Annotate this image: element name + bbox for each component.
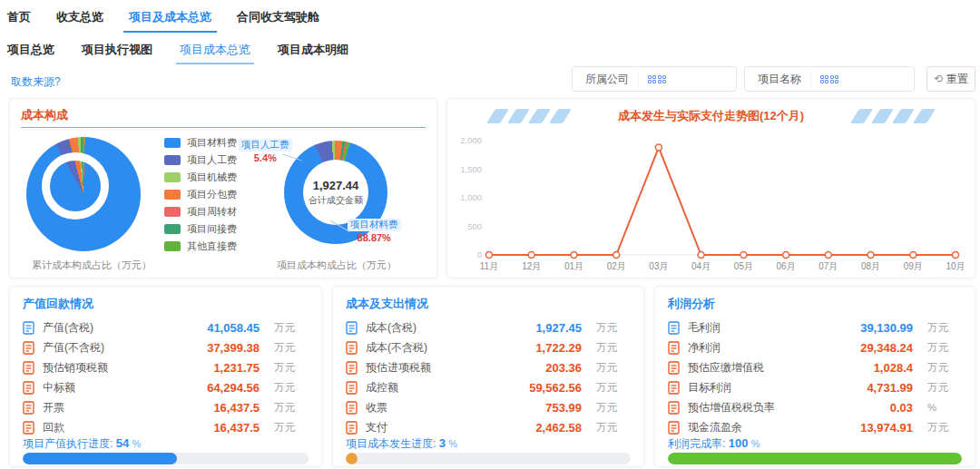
trend-line-chart[interactable]: 05001,0001,5002,00011月12月01月02月03月04月05月…	[455, 128, 969, 277]
kpi-unit: 万元	[596, 421, 632, 435]
kpi-label: 中标额	[43, 380, 75, 396]
kpi-unit: 万元	[596, 401, 632, 415]
progress-value: 3	[439, 436, 446, 450]
kpi-value: 203.36	[545, 361, 582, 375]
subnav-tab-item[interactable]: 项目总览	[7, 42, 54, 64]
svg-text:10月: 10月	[946, 261, 965, 271]
kpi-row: 中标额64,294.56万元	[23, 377, 310, 397]
legend-item[interactable]: 项目分包费	[164, 187, 237, 202]
kpi-unit: 万元	[274, 421, 310, 435]
document-icon	[346, 341, 358, 355]
multi-select-grid-icon	[648, 75, 666, 83]
kpi-unit: 万元	[927, 321, 964, 335]
legend-label: 项目间接费	[187, 222, 237, 236]
kpi-row: 成本(不含税)1,722.29万元	[346, 337, 632, 357]
divider	[638, 72, 639, 86]
kpi-value: 64,294.56	[207, 381, 260, 395]
kpi-row: 支付2,462.58万元	[346, 417, 632, 437]
kpi-unit: 万元	[274, 401, 310, 415]
primary-nav: 首页收支总览项目及成本总览合同收支驾驶舱	[7, 9, 319, 33]
legend-swatch	[164, 138, 181, 148]
document-icon	[23, 421, 34, 435]
nav-tab-active[interactable]: 项目及成本总览	[129, 9, 211, 33]
callout-value: 88.87%	[348, 232, 401, 243]
kpi-value: 1,722.29	[535, 341, 582, 355]
legend-item[interactable]: 其他直接费	[164, 239, 237, 254]
kpi-unit: 万元	[596, 321, 632, 335]
svg-text:2,000: 2,000	[460, 135, 482, 145]
nav-tab-item[interactable]: 收支总览	[56, 9, 103, 33]
panel-title: 产值回款情况	[23, 296, 93, 312]
progress-label: 项目成本发生进度: 3 %	[346, 436, 457, 452]
kpi-label: 目标利润	[688, 380, 731, 396]
donut-center-value: 1,927.44	[313, 179, 359, 192]
kpi-value: 0.03	[890, 401, 913, 415]
reset-button[interactable]: ⟲ 重置	[926, 66, 975, 92]
cost-payment-trend-card: 成本发生与实际支付走势图(12个月) 05001,0001,5002,00011…	[446, 98, 975, 278]
kpi-unit: 万元	[927, 341, 964, 355]
legend-label: 其他直接费	[187, 239, 237, 253]
legend-swatch	[164, 224, 181, 234]
kpi-label: 成控额	[366, 380, 398, 396]
document-icon	[23, 321, 34, 335]
progress-label: 利润完成率: 100 %	[668, 436, 760, 452]
kpi-label: 净利润	[688, 340, 720, 356]
kpi-row: 毛利润39,130.99万元	[668, 318, 964, 337]
progress-bar	[346, 453, 631, 464]
panel-rows: 产值(含税)41,058.45万元产值(不含税)37,399.38万元预估销项税…	[23, 318, 310, 437]
legend-swatch	[164, 241, 181, 251]
kpi-row: 产值(不含税)37,399.38万元	[23, 337, 310, 357]
svg-text:07月: 07月	[818, 261, 838, 271]
kpi-row: 预估进项税额203.36万元	[346, 357, 632, 377]
legend-label: 项目分包费	[187, 188, 237, 201]
kpi-row: 预估应缴增值税1,028.4万元	[668, 357, 964, 377]
document-icon	[668, 341, 680, 355]
document-icon	[668, 321, 680, 335]
nav-tab-item[interactable]: 首页	[7, 9, 31, 33]
kpi-label: 回款	[43, 420, 64, 435]
svg-text:1,500: 1,500	[460, 164, 482, 174]
multi-select-grid-icon	[820, 75, 838, 83]
svg-text:04月: 04月	[691, 261, 710, 271]
kpi-label: 现金流盈余	[688, 420, 742, 435]
progress-value: 54	[116, 436, 129, 450]
kpi-panel: 产值回款情况产值(含税)41,058.45万元产值(不含税)37,399.38万…	[9, 286, 322, 467]
kpi-value: 16,437.5	[213, 401, 260, 415]
kpi-unit: 万元	[274, 381, 310, 395]
kpi-value: 1,231.75	[213, 361, 260, 375]
kpi-unit: 万元	[927, 381, 964, 395]
legend-label: 项目周转材	[187, 205, 237, 219]
subnav-tab-item[interactable]: 项目成本明细	[278, 42, 348, 64]
kpi-unit: %	[927, 402, 964, 413]
legend-item[interactable]: 项目机械费	[164, 170, 237, 185]
kpi-unit: 万元	[274, 341, 310, 355]
panel-rows: 成本(含税)1,927.45万元成本(不含税)1,722.29万元预估进项税额2…	[346, 318, 632, 437]
kpi-unit: 万元	[596, 381, 632, 395]
kpi-row: 预估增值税税负率0.03%	[668, 397, 964, 417]
kpi-unit: 万元	[927, 421, 964, 435]
reset-button-label: 重置	[946, 72, 968, 87]
legend-item[interactable]: 项目人工费	[164, 152, 237, 168]
legend-item[interactable]: 项目材料费	[164, 135, 237, 151]
kpi-row: 净利润29,348.24万元	[668, 337, 964, 357]
progress-label: 项目产值执行进度: 54 %	[23, 436, 141, 452]
progress-fill	[23, 453, 177, 464]
left-pie-caption: 累计成本构成占比（万元）	[10, 259, 173, 272]
cumulative-cost-pie-chart[interactable]	[26, 137, 141, 251]
subnav-tab-active[interactable]: 项目成本总览	[180, 42, 250, 64]
document-icon	[668, 381, 680, 395]
subnav-tab-item[interactable]: 项目执行视图	[82, 42, 152, 64]
document-icon	[23, 381, 34, 395]
legend-swatch	[164, 172, 181, 182]
kpi-unit: 万元	[596, 341, 632, 355]
nav-tab-item[interactable]: 合同收支驾驶舱	[237, 9, 319, 33]
kpi-label: 产值(不含税)	[43, 340, 104, 356]
company-filter[interactable]: 所属公司	[572, 66, 737, 92]
legend-item[interactable]: 项目间接费	[164, 221, 237, 237]
project-name-filter[interactable]: 项目名称	[744, 66, 915, 92]
data-source-link[interactable]: 取数来源?	[11, 74, 61, 90]
svg-text:12月: 12月	[522, 261, 541, 271]
legend-item[interactable]: 项目周转材	[164, 204, 237, 220]
secondary-nav: 项目总览项目执行视图项目成本总览项目成本明细	[7, 42, 348, 64]
panel-title: 利润分析	[668, 296, 715, 312]
